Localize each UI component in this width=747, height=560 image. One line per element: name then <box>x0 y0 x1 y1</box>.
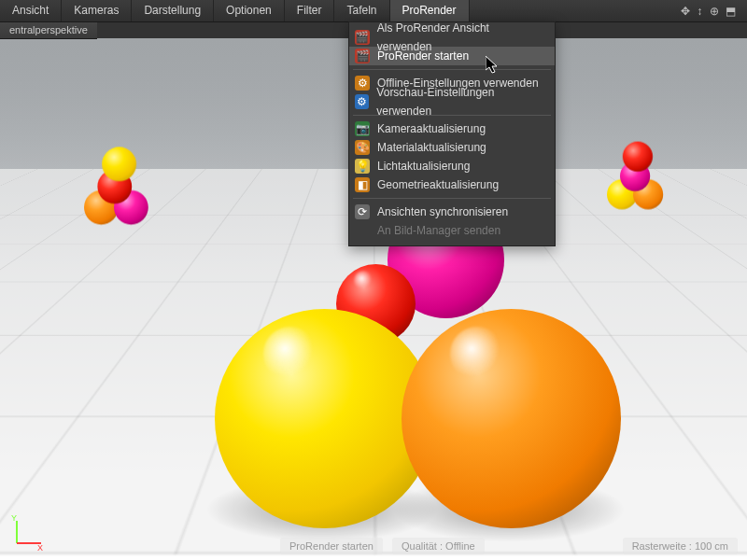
menu-darstellung[interactable]: Darstellung <box>132 0 214 21</box>
status-gridwidth: Rasterweite : 100 cm <box>623 538 738 554</box>
menu-item-label: An Bild-Manager senden <box>377 221 500 240</box>
clapperboard-icon: 🎬 <box>355 49 370 63</box>
gear-icon: ⚙ <box>355 94 369 109</box>
sync-icon: ⟳ <box>355 204 370 219</box>
menu-optionen[interactable]: Optionen <box>214 0 285 21</box>
menu-item-label: Vorschau-Einstellungen verwenden <box>376 83 545 120</box>
menu-item-kameraaktualisierung[interactable]: 📷 Kameraaktualisierung <box>349 119 555 138</box>
menu-item-lichtaktualisierung[interactable]: 💡 Lichtaktualisierung <box>349 157 555 175</box>
prorender-menu: 🎬 Als ProRender Ansicht verwenden 🎬 ProR… <box>348 21 556 246</box>
cube-icon: ◧ <box>355 177 370 192</box>
menu-separator <box>353 198 551 199</box>
menu-item-label: Kameraaktualisierung <box>377 119 486 138</box>
menu-item-geometrieaktualisierung[interactable]: ◧ Geometrieaktualisierung <box>349 175 555 194</box>
menu-ansicht[interactable]: Ansicht <box>0 0 62 21</box>
menu-item-vorschau-einstellungen[interactable]: ⚙ Vorschau-Einstellungen verwenden <box>349 92 555 111</box>
menu-item-label: Ansichten synchronisieren <box>377 203 508 221</box>
svg-text:X: X <box>37 543 43 553</box>
clapperboard-icon: 🎬 <box>355 30 370 45</box>
blank-icon <box>355 223 370 238</box>
bulb-icon: 💡 <box>355 159 370 174</box>
menu-separator <box>353 69 551 70</box>
menu-item-materialaktualisierung[interactable]: 🎨 Materialaktualisierung <box>349 138 555 157</box>
menu-item-an-bildmanager-senden: An Bild-Manager senden <box>349 221 555 240</box>
menubar: Ansicht Kameras Darstellung Optionen Fil… <box>0 0 747 22</box>
status-prorender[interactable]: ProRender starten <box>280 538 383 554</box>
camera-icon: 📷 <box>355 121 370 136</box>
palette-icon: 🎨 <box>355 140 370 155</box>
menu-item-als-prorender-ansicht[interactable]: 🎬 Als ProRender Ansicht verwenden <box>349 28 555 47</box>
svg-text:Y: Y <box>11 513 17 523</box>
menu-item-label: Geometrieaktualisierung <box>377 175 499 194</box>
menu-kameras[interactable]: Kameras <box>62 0 132 21</box>
axis-gizmo[interactable]: Y X <box>9 513 47 551</box>
sphere-orange <box>402 309 621 528</box>
menu-item-label: Materialaktualisierung <box>377 138 486 157</box>
menu-item-ansichten-synchronisieren[interactable]: ⟳ Ansichten synchronisieren <box>349 203 555 221</box>
status-quality[interactable]: Qualität : Offline <box>392 538 485 554</box>
menu-filter[interactable]: Filter <box>285 0 335 21</box>
menu-item-label: Lichtaktualisierung <box>377 157 470 175</box>
menu-item-label: ProRender starten <box>377 47 469 65</box>
viewport-tab-label[interactable]: entralperspektive <box>0 21 97 39</box>
gear-icon: ⚙ <box>355 76 370 91</box>
menubar-view-controls[interactable]: ✥ ↕ ⊕ ⬒ <box>671 0 747 21</box>
